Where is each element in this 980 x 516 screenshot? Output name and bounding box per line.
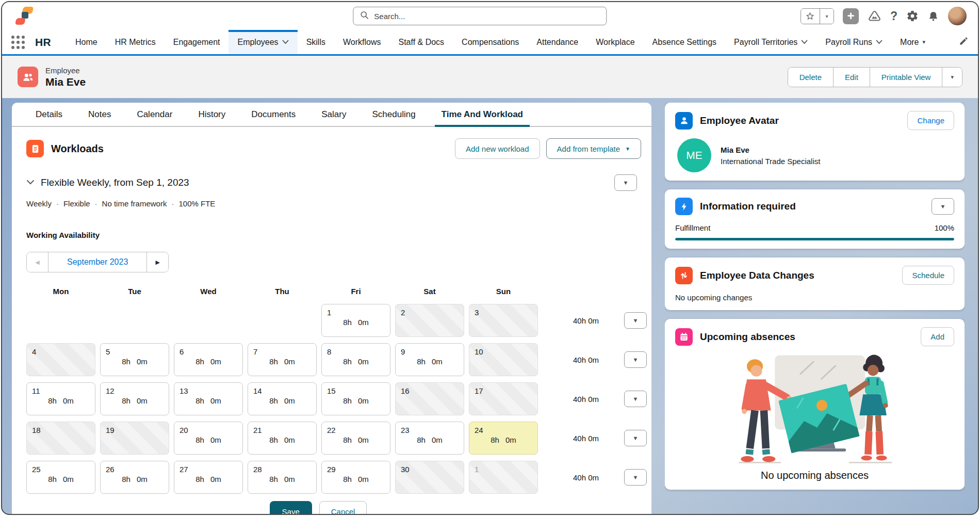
calendar-day-cell-17[interactable]: 17 xyxy=(469,382,538,415)
nav-item-employees[interactable]: Employees xyxy=(228,30,297,54)
edit-navigation-pencil-icon[interactable] xyxy=(959,36,969,48)
save-button[interactable]: Save xyxy=(270,501,312,514)
tab-scheduling[interactable]: Scheduling xyxy=(359,103,428,126)
schedule-button[interactable]: Schedule xyxy=(902,266,954,285)
nav-item-engagement[interactable]: Engagement xyxy=(165,30,229,54)
week-menu-button[interactable]: ▼ xyxy=(624,430,647,446)
tab-time-and-workload[interactable]: Time And Workload xyxy=(429,103,536,126)
global-add-button[interactable]: + xyxy=(843,8,859,24)
more-actions-dropdown-button[interactable]: ▾ xyxy=(942,68,962,87)
calendar-day-cell-24[interactable]: 248h 0m xyxy=(469,422,538,455)
favorites-star-button[interactable] xyxy=(801,9,820,24)
calendar-day-cell-11[interactable]: 118h 0m xyxy=(26,382,95,415)
add-from-template-button[interactable]: Add from template ▼ xyxy=(546,138,641,159)
nav-item-workflows[interactable]: Workflows xyxy=(334,30,390,54)
calendar-day-cell-1[interactable]: 1 xyxy=(469,461,538,494)
calendar-day-cell-2[interactable]: 2 xyxy=(395,304,464,337)
nav-item-hr-metrics[interactable]: HR Metrics xyxy=(106,30,165,54)
calendar-day-cell-27[interactable]: 278h 0m xyxy=(174,461,243,494)
calendar-day-cell-22[interactable]: 228h 0m xyxy=(321,422,390,455)
search-input[interactable] xyxy=(374,12,600,21)
calendar-day-cell-8[interactable]: 88h 0m xyxy=(321,343,390,376)
calendar-day-cell-20[interactable]: 208h 0m xyxy=(174,422,243,455)
calendar-day-cell-5[interactable]: 58h 0m xyxy=(100,343,169,376)
previous-month-button[interactable]: ◀ xyxy=(27,252,48,272)
tab-details[interactable]: Details xyxy=(26,103,75,126)
nav-item-workplace[interactable]: Workplace xyxy=(587,30,643,54)
nav-item-skills[interactable]: Skills xyxy=(298,30,334,54)
week-menu-button[interactable]: ▼ xyxy=(624,469,647,486)
day-number: 23 xyxy=(401,426,459,434)
next-month-button[interactable]: ▶ xyxy=(146,252,168,272)
week-menu-button[interactable]: ▼ xyxy=(624,351,647,368)
calendar-day-cell-28[interactable]: 288h 0m xyxy=(248,461,317,494)
calendar-day-cell-3[interactable]: 3 xyxy=(469,304,538,337)
calendar-day-cell-4[interactable]: 4 xyxy=(26,343,95,376)
calendar-day-cell-15[interactable]: 158h 0m xyxy=(321,382,390,415)
trailhead-button[interactable] xyxy=(868,9,881,23)
tab-calendar[interactable]: Calendar xyxy=(124,103,185,126)
edit-button[interactable]: Edit xyxy=(833,68,870,87)
calendar-day-cell-12[interactable]: 128h 0m xyxy=(100,382,169,415)
tab-history[interactable]: History xyxy=(185,103,238,126)
app-launcher-waffle-icon[interactable] xyxy=(11,36,27,49)
calendar-day-cell-18[interactable]: 18 xyxy=(26,422,95,455)
setup-gear-button[interactable] xyxy=(906,10,919,22)
nav-item-compensations[interactable]: Compensations xyxy=(453,30,528,54)
calendar-day-cell-13[interactable]: 138h 0m xyxy=(174,382,243,415)
nav-item-more[interactable]: More▾ xyxy=(891,30,934,54)
nav-item-staff-docs[interactable]: Staff & Docs xyxy=(389,30,453,54)
nav-item-label: Engagement xyxy=(173,38,220,47)
calendar-day-cell-23[interactable]: 238h 0m xyxy=(395,422,464,455)
calendar-day-cell-25[interactable]: 258h 0m xyxy=(26,461,95,494)
calendar-day-cell-26[interactable]: 268h 0m xyxy=(100,461,169,494)
calendar-week-row: 18h 0m2340h 0m▼ xyxy=(26,304,641,337)
week-menu-button[interactable]: ▼ xyxy=(624,312,647,329)
calendar-week-row: 1819208h 0m218h 0m228h 0m238h 0m248h 0m4… xyxy=(26,422,641,455)
nav-item-payroll-runs[interactable]: Payroll Runs xyxy=(816,30,891,54)
info-card-menu-button[interactable]: ▼ xyxy=(932,198,954,215)
tab-documents[interactable]: Documents xyxy=(238,103,308,126)
calendar-day-cell-21[interactable]: 218h 0m xyxy=(248,422,317,455)
day-hours: 8h 0m xyxy=(327,436,385,444)
month-label[interactable]: September 2023 xyxy=(48,252,146,272)
day-hours: 8h 0m xyxy=(475,436,532,444)
calendar-day-cell-14[interactable]: 148h 0m xyxy=(248,382,317,415)
nav-item-absence-settings[interactable]: Absence Settings xyxy=(644,30,726,54)
day-hours: 8h 0m xyxy=(253,396,311,405)
help-button[interactable]: ? xyxy=(890,9,897,23)
cancel-button[interactable]: Cancel xyxy=(319,501,367,514)
upcoming-absences-card: Upcoming absences Add xyxy=(665,319,965,490)
calendar-day-cell-16[interactable]: 16 xyxy=(395,382,464,415)
change-avatar-button[interactable]: Change xyxy=(907,111,954,130)
week-menu-button[interactable]: ▼ xyxy=(624,391,647,407)
nav-item-payroll-territories[interactable]: Payroll Territories xyxy=(725,30,816,54)
app-name: HR xyxy=(35,36,51,49)
user-avatar[interactable] xyxy=(948,7,967,25)
add-absence-button[interactable]: Add xyxy=(921,327,954,346)
info-required-title: Information required xyxy=(700,201,796,212)
meta-separator: · xyxy=(171,199,174,208)
calendar-day-cell-1[interactable]: 18h 0m xyxy=(321,304,390,337)
nav-item-label: Workflows xyxy=(343,38,381,47)
collapse-chevron-icon[interactable] xyxy=(26,178,35,187)
printable-view-button[interactable]: Printable View xyxy=(870,68,942,87)
calendar-day-cell-30[interactable]: 30 xyxy=(395,461,464,494)
calendar-day-cell-19[interactable]: 19 xyxy=(100,422,169,455)
calendar-day-cell-10[interactable]: 10 xyxy=(469,343,538,376)
calendar-day-cell-29[interactable]: 298h 0m xyxy=(321,461,390,494)
nav-item-attendance[interactable]: Attendance xyxy=(528,30,587,54)
tab-salary[interactable]: Salary xyxy=(308,103,359,126)
notifications-bell-button[interactable] xyxy=(927,10,939,22)
delete-button[interactable]: Delete xyxy=(788,68,833,87)
nav-item-home[interactable]: Home xyxy=(67,30,106,54)
tab-notes[interactable]: Notes xyxy=(75,103,124,126)
workload-menu-button[interactable]: ▼ xyxy=(614,174,637,191)
calendar-day-cell-6[interactable]: 68h 0m xyxy=(174,343,243,376)
calendar-day-cell-7[interactable]: 78h 0m xyxy=(248,343,317,376)
nav-item-label: Home xyxy=(75,38,97,47)
calendar-day-cell-9[interactable]: 98h 0m xyxy=(395,343,464,376)
add-new-workload-button[interactable]: Add new workload xyxy=(455,138,540,159)
workload-title[interactable]: Flexible Weekly, from Sep 1, 2023 xyxy=(41,177,189,188)
favorites-dropdown-button[interactable]: ▾ xyxy=(820,9,834,24)
